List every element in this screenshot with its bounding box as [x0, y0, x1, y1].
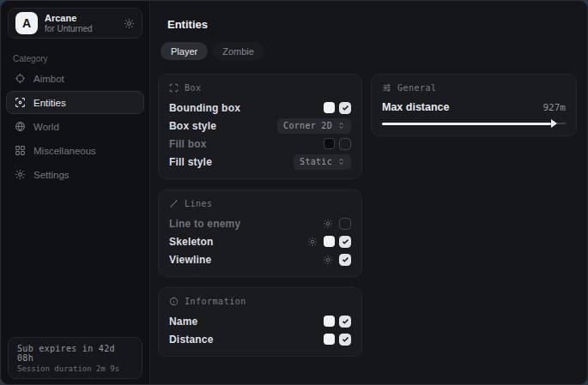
- name-checkbox[interactable]: [339, 316, 351, 328]
- tab-player[interactable]: Player: [161, 42, 208, 60]
- sliders-icon: [382, 83, 391, 93]
- section-title: Box: [185, 83, 202, 93]
- globe-icon: [15, 121, 26, 132]
- sidebar-item-label: Settings: [33, 170, 70, 180]
- section-title: Lines: [185, 199, 213, 208]
- crosshair-icon: [15, 73, 26, 84]
- setting-row-line-to-enemy: Line to enemy: [169, 214, 351, 232]
- sidebar-item-label: Miscellaneous: [33, 146, 96, 156]
- grid-icon: [15, 145, 26, 156]
- setting-row-fill-box: Fill box: [169, 135, 351, 153]
- sidebar-item-world[interactable]: World: [6, 115, 144, 138]
- color-swatch[interactable]: [324, 138, 335, 149]
- bounding-box-checkbox[interactable]: [339, 102, 351, 114]
- sub-expiry-text: Sub expires in 42d 08h: [17, 344, 133, 363]
- color-swatch[interactable]: [324, 102, 335, 113]
- main-panel: Entities Player Zombie Box Bounding box: [150, 1, 587, 384]
- sidebar-nav: Aimbot Entities World Miscellaneous: [1, 67, 149, 187]
- gear-icon[interactable]: [307, 237, 318, 247]
- app-window: A Arcane for Unturned Category Aimbot: [0, 0, 588, 385]
- page-title: Entities: [167, 18, 577, 31]
- app-header-card: A Arcane for Unturned: [8, 8, 142, 39]
- sidebar-item-label: Entities: [33, 98, 66, 108]
- info-icon: [169, 297, 179, 306]
- fill-style-dropdown[interactable]: Static: [294, 154, 351, 170]
- gear-icon[interactable]: [124, 18, 135, 29]
- max-distance-slider[interactable]: [382, 119, 566, 128]
- line-to-enemy-checkbox[interactable]: [339, 218, 351, 230]
- setting-row-skeleton: Skeleton: [169, 232, 351, 250]
- app-logo: A: [15, 12, 38, 34]
- skeleton-checkbox[interactable]: [339, 236, 351, 248]
- category-label: Category: [13, 54, 149, 63]
- entity-tabs: Player Zombie: [161, 42, 577, 60]
- gear-icon: [15, 169, 26, 180]
- viewline-checkbox[interactable]: [339, 254, 351, 266]
- app-title: Arcane: [45, 13, 117, 24]
- setting-row-fill-style: Fill style Static: [169, 153, 351, 171]
- box-style-dropdown[interactable]: Corner 2D: [277, 118, 351, 134]
- section-title: Information: [185, 297, 246, 306]
- subscription-info-card: Sub expires in 42d 08h Session duration …: [8, 337, 142, 379]
- session-duration-text: Session duration 2m 9s: [17, 364, 133, 373]
- sidebar-item-label: World: [33, 122, 59, 132]
- setting-row-box-style: Box style Corner 2D: [169, 117, 351, 135]
- slider-thumb[interactable]: [551, 119, 557, 128]
- sidebar-item-entities[interactable]: Entities: [6, 91, 144, 114]
- sidebar-item-miscellaneous[interactable]: Miscellaneous: [6, 139, 144, 162]
- general-section-card: General Max distance 927m: [371, 74, 577, 136]
- setting-row-name: Name: [169, 312, 351, 330]
- chevrons-up-down-icon: [337, 122, 345, 129]
- max-distance-value: 927m: [543, 102, 567, 113]
- sidebar-item-label: Aimbot: [33, 74, 64, 84]
- slider-fill: [382, 123, 551, 125]
- scan-eye-icon: [15, 97, 26, 108]
- information-section-card: Information Name Distance: [158, 287, 362, 357]
- chevrons-up-down-icon: [337, 158, 345, 165]
- box-section-card: Box Bounding box Box style Corner 2D: [158, 74, 362, 179]
- setting-row-max-distance: Max distance 927m: [382, 99, 566, 116]
- fill-box-checkbox[interactable]: [339, 138, 351, 150]
- line-icon: [169, 199, 179, 208]
- section-title: General: [397, 83, 437, 93]
- setting-row-distance: Distance: [169, 330, 351, 348]
- color-swatch[interactable]: [324, 316, 335, 327]
- sidebar: A Arcane for Unturned Category Aimbot: [1, 1, 150, 384]
- app-subtitle: for Unturned: [45, 24, 117, 34]
- gear-icon[interactable]: [323, 255, 333, 265]
- color-swatch[interactable]: [324, 334, 335, 345]
- lines-section-card: Lines Line to enemy Skeleton: [158, 189, 362, 277]
- tab-zombie[interactable]: Zombie: [212, 42, 264, 60]
- setting-row-viewline: Viewline: [169, 250, 351, 268]
- distance-checkbox[interactable]: [339, 334, 351, 346]
- sidebar-item-aimbot[interactable]: Aimbot: [6, 67, 144, 90]
- color-swatch[interactable]: [324, 236, 335, 247]
- gear-icon[interactable]: [323, 219, 333, 229]
- setting-row-bounding-box: Bounding box: [169, 99, 351, 117]
- sidebar-item-settings[interactable]: Settings: [6, 163, 144, 186]
- box-corners-icon: [169, 83, 179, 93]
